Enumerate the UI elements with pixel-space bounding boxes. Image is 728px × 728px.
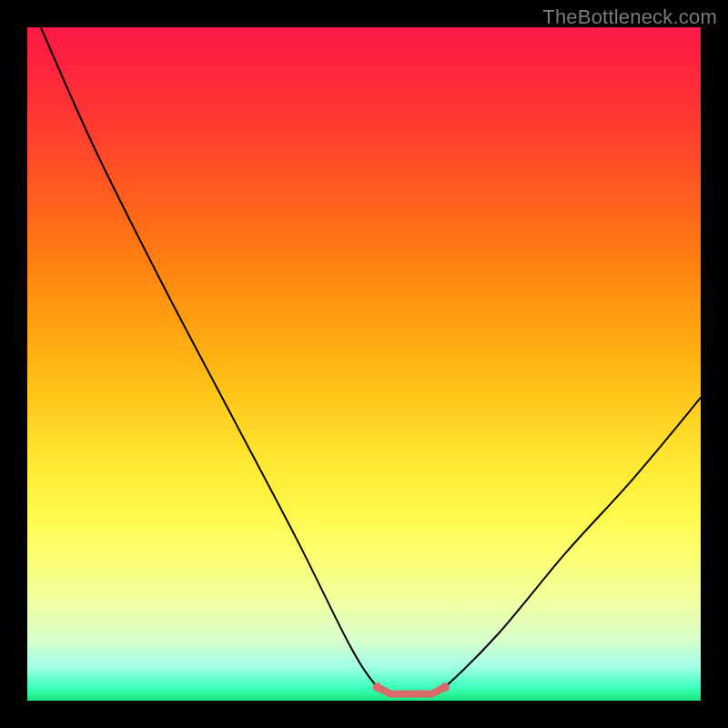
chart-frame: TheBottleneck.com — [0, 0, 728, 728]
plot-area — [27, 27, 701, 701]
highlight-start-cap — [373, 682, 382, 692]
optimal-range-highlight — [378, 687, 445, 694]
curve-layer — [27, 27, 701, 701]
watermark-text: TheBottleneck.com — [542, 5, 717, 29]
bottleneck-curve — [41, 27, 701, 695]
highlight-end-cap — [440, 682, 450, 692]
